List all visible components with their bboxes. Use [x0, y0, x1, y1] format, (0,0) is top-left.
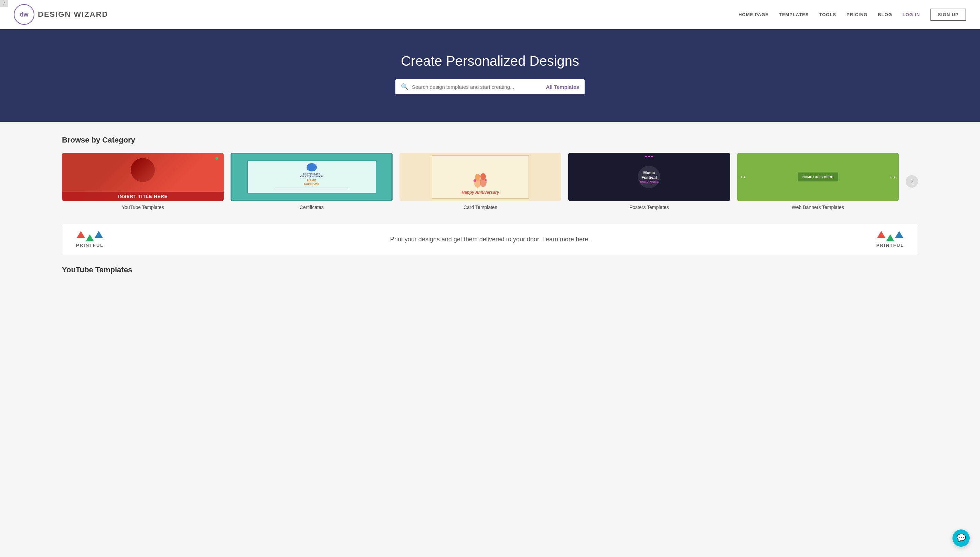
category-card-cards[interactable]: Happy Anniversary Card Templates — [400, 153, 561, 210]
logo-icon: dw — [14, 4, 34, 25]
printful-triangles-right — [877, 231, 903, 241]
card-tpl-text: Happy Anniversary — [462, 190, 499, 195]
svg-point-5 — [485, 179, 487, 181]
youtube-thumbnail: INSERT TITLE HERE — [62, 153, 224, 201]
youtube-card-image: INSERT TITLE HERE — [62, 153, 224, 201]
youtube-section-title: YouTube Templates — [0, 255, 980, 274]
svg-point-4 — [473, 179, 476, 182]
nav-signup[interactable]: SIGN UP — [930, 8, 966, 21]
nav-tools[interactable]: TOOLS — [819, 12, 836, 17]
browse-section: Browse by Category INSERT TITLE HERE You… — [0, 122, 980, 224]
triangle-green-r — [886, 235, 894, 241]
search-bar: 🔍 All Templates — [395, 79, 585, 94]
card-tpl-inner: Happy Anniversary — [432, 155, 529, 199]
carousel-next-button[interactable]: › — [906, 175, 918, 187]
header: dw DESIGN WIZARD HOME PAGE TEMPLATES TOO… — [0, 0, 980, 29]
printful-text: Print your designs and get them delivere… — [104, 236, 876, 243]
search-icon: 🔍 — [401, 83, 408, 91]
poster-thumbnail: MusicFestival BAND NAME — [568, 153, 730, 201]
nav-home[interactable]: HOME PAGE — [738, 12, 769, 17]
category-row: INSERT TITLE HERE YouTube Templates CERT… — [62, 153, 918, 210]
poster-dots — [645, 156, 653, 157]
cert-lines — [275, 187, 349, 191]
main-nav: HOME PAGE TEMPLATES TOOLS PRICING BLOG L… — [738, 8, 966, 21]
logo[interactable]: dw DESIGN WIZARD — [14, 4, 108, 25]
category-card-banners[interactable]: ✦ ✦ NAME GOES HERE ✦ ✦ Web Banners Templ… — [737, 153, 899, 210]
banner-thumbnail: ✦ ✦ NAME GOES HERE ✦ ✦ — [737, 153, 899, 201]
category-cards: INSERT TITLE HERE YouTube Templates CERT… — [62, 153, 899, 210]
search-divider — [539, 83, 539, 91]
triangle-red — [77, 231, 85, 238]
triangle-red-r — [877, 231, 886, 238]
printful-banner: PRINTFUL Print your designs and get them… — [62, 224, 918, 255]
poster-name-text: BAND NAME — [640, 180, 658, 184]
search-input[interactable] — [412, 84, 532, 90]
banner-stars-right: ✦ ✦ — [889, 175, 896, 179]
cert-inner: CERTIFICATEOF ATTENDANCE NAMESURNAME — [247, 160, 377, 193]
poster-title-text: MusicFestival — [641, 170, 657, 181]
poster-card-image: MusicFestival BAND NAME — [568, 153, 730, 201]
banner-card-image: ✦ ✦ NAME GOES HERE ✦ ✦ — [737, 153, 899, 201]
cert-card-image: CERTIFICATEOF ATTENDANCE NAMESURNAME — [231, 153, 392, 201]
card-template-thumbnail: Happy Anniversary — [400, 153, 561, 201]
banners-label: Web Banners Templates — [792, 205, 844, 210]
browse-title: Browse by Category — [62, 136, 918, 145]
triangle-green — [86, 235, 94, 241]
category-card-posters[interactable]: MusicFestival BAND NAME Posters Template… — [568, 153, 730, 210]
cert-title-text: CERTIFICATEOF ATTENDANCE — [301, 173, 323, 178]
printful-word-right: PRINTFUL — [876, 243, 904, 248]
certificate-thumbnail: CERTIFICATEOF ATTENDANCE NAMESURNAME — [231, 153, 392, 201]
printful-triangles-left — [77, 231, 103, 241]
printful-logo-left: PRINTFUL — [76, 231, 104, 248]
search-category[interactable]: All Templates — [546, 84, 579, 90]
certificates-label: Certificates — [300, 205, 324, 210]
youtube-label: YouTube Templates — [122, 205, 164, 210]
nav-blog[interactable]: BLOG — [878, 12, 892, 17]
category-card-youtube[interactable]: INSERT TITLE HERE YouTube Templates — [62, 153, 224, 210]
posters-label: Posters Templates — [629, 205, 669, 210]
couple-svg — [470, 171, 491, 190]
category-card-certificates[interactable]: CERTIFICATEOF ATTENDANCE NAMESURNAME Cer… — [231, 153, 392, 210]
cards-label: Card Templates — [463, 205, 497, 210]
cert-seal — [307, 163, 317, 171]
svg-point-3 — [480, 177, 487, 187]
food-circle — [131, 158, 155, 182]
window-control[interactable]: ✓ — [0, 0, 8, 7]
cert-name-text: NAMESURNAME — [304, 179, 320, 186]
youtube-overlay-text: INSERT TITLE HERE — [62, 192, 224, 201]
nav-templates[interactable]: TEMPLATES — [779, 12, 809, 17]
printful-logo-right: PRINTFUL — [876, 231, 904, 248]
hero-title: Create Personalized Designs — [7, 53, 973, 69]
printful-word-left: PRINTFUL — [76, 243, 104, 248]
banner-inner-text: NAME GOES HERE — [798, 173, 838, 181]
hero-section: Create Personalized Designs 🔍 All Templa… — [0, 29, 980, 122]
nav-login[interactable]: LOG IN — [903, 12, 920, 17]
nav-pricing[interactable]: PRICING — [847, 12, 868, 17]
banner-stars-left: ✦ ✦ — [740, 175, 746, 179]
card-tpl-image: Happy Anniversary — [400, 153, 561, 201]
logo-text: DESIGN WIZARD — [38, 10, 108, 19]
triangle-blue — [94, 231, 103, 238]
triangle-blue-r — [895, 231, 903, 238]
